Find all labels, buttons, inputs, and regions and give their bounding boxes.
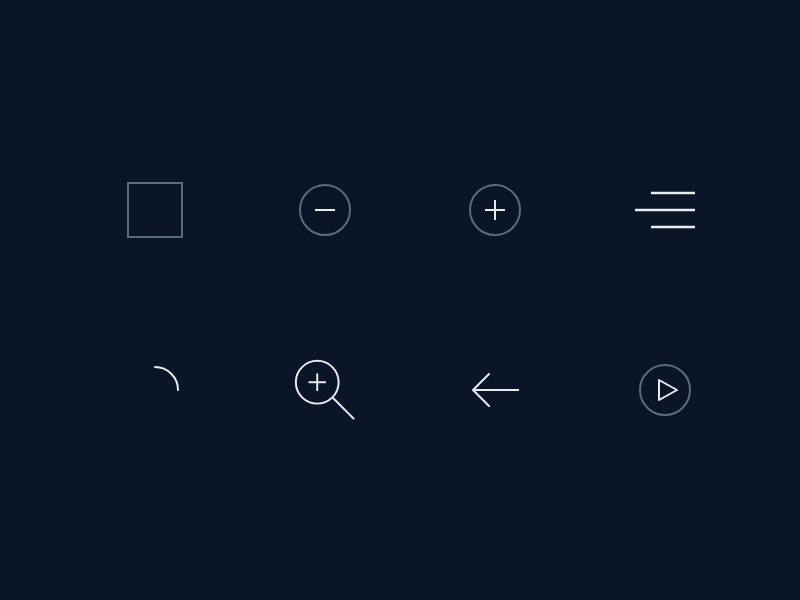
svg-marker-15 <box>659 380 677 400</box>
icon-grid <box>120 175 680 425</box>
menu-align-right-icon[interactable] <box>630 175 700 245</box>
square-icon <box>120 175 190 245</box>
svg-line-12 <box>333 398 354 419</box>
svg-rect-0 <box>128 183 182 237</box>
plus-circle-icon[interactable] <box>460 175 530 245</box>
loading-arc-icon <box>120 355 190 425</box>
minus-circle-icon[interactable] <box>290 175 360 245</box>
arrow-left-icon[interactable] <box>460 355 530 425</box>
play-circle-icon[interactable] <box>630 355 700 425</box>
zoom-in-icon[interactable] <box>290 355 360 425</box>
svg-point-14 <box>640 365 690 415</box>
